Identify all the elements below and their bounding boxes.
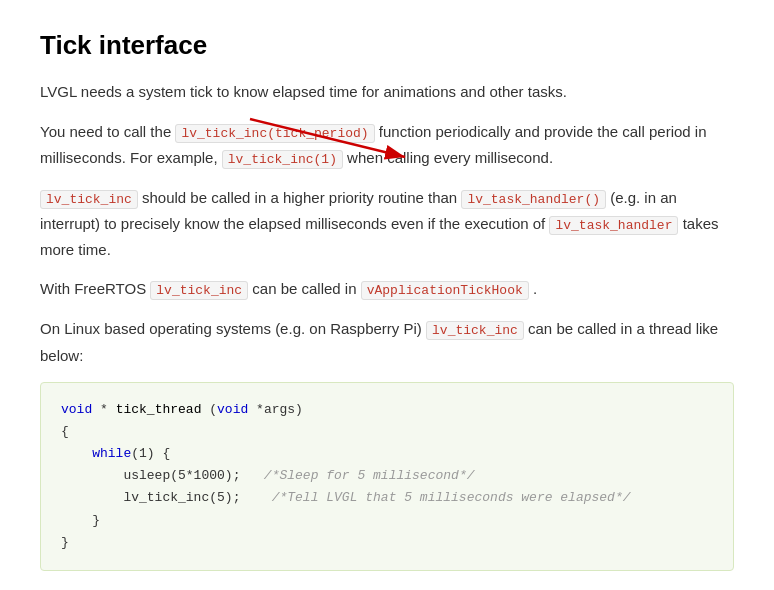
p1-before: You need to call the xyxy=(40,123,175,140)
intro-paragraph: LVGL needs a system tick to know elapsed… xyxy=(40,79,734,105)
p3-code1: lv_tick_inc xyxy=(150,281,248,300)
paragraph-3: With FreeRTOS lv_tick_inc can be called … xyxy=(40,276,734,302)
p3-before: With FreeRTOS xyxy=(40,280,150,297)
code-line-5: lv_tick_inc(5); /*Tell LVGL that 5 milli… xyxy=(61,487,713,509)
code-line-3: while(1) { xyxy=(61,443,713,465)
p4-before: On Linux based operating systems (e.g. o… xyxy=(40,320,426,337)
code-line-4: usleep(5*1000); /*Sleep for 5 millisecon… xyxy=(61,465,713,487)
page-title: Tick interface xyxy=(40,30,734,61)
p1-code2: lv_tick_inc(1) xyxy=(222,150,343,169)
p2-code1: lv_tick_inc xyxy=(40,190,138,209)
p2-code3: lv_task_handler xyxy=(549,216,678,235)
code-line-7: } xyxy=(61,532,713,554)
code-line-1: void * tick_thread (void *args) xyxy=(61,399,713,421)
p2-middle1: should be called in a higher priority ro… xyxy=(138,189,462,206)
paragraph-2: lv_tick_inc should be called in a higher… xyxy=(40,185,734,263)
p4-code1: lv_tick_inc xyxy=(426,321,524,340)
p1-after: when calling every millisecond. xyxy=(343,149,553,166)
p1-code1: lv_tick_inc(tick_period) xyxy=(175,124,374,143)
code-line-6: } xyxy=(61,510,713,532)
paragraph-4: On Linux based operating systems (e.g. o… xyxy=(40,316,734,368)
p3-after: . xyxy=(529,280,537,297)
p3-code2: vApplicationTickHook xyxy=(361,281,529,300)
p2-code2: lv_task_handler() xyxy=(461,190,606,209)
code-block: void * tick_thread (void *args) { while(… xyxy=(40,382,734,571)
p3-middle: can be called in xyxy=(248,280,361,297)
code-line-2: { xyxy=(61,421,713,443)
paragraph-1: You need to call the lv_tick_inc(tick_pe… xyxy=(40,119,734,171)
